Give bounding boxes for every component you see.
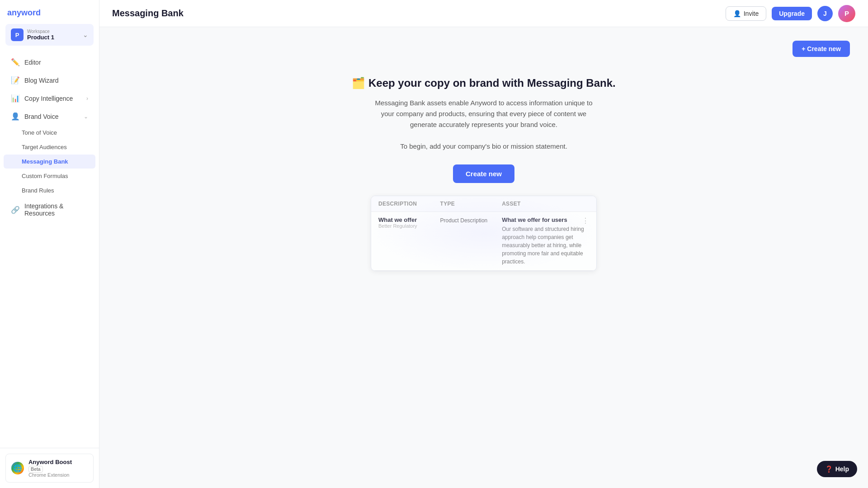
row-menu-icon[interactable]: ⋮ [582, 216, 589, 225]
workspace-label: Workspace [27, 29, 79, 34]
upgrade-button[interactable]: Upgrade [772, 7, 812, 20]
sidebar: anyword P Workspace Product 1 ⌄ ✏️ Edito… [0, 0, 99, 488]
help-icon: ❓ [825, 465, 833, 473]
sidebar-item-label: Brand Voice [24, 113, 59, 120]
chevron-down-icon: ⌄ [83, 31, 88, 38]
col-description: Description [378, 201, 437, 207]
main-nav: ✏️ Editor 📝 Blog Wizard 📊 Copy Intellige… [0, 51, 99, 224]
sidebar-item-messaging-bank[interactable]: Messaging Bank [4, 155, 95, 169]
sidebar-item-integrations[interactable]: 🔗 Integrations & Resources [4, 198, 95, 221]
logo-text: anyword [7, 8, 41, 18]
preview-table: Description Type Asset What we offer Bet… [371, 196, 597, 271]
page-title: Messaging Bank [112, 8, 184, 19]
top-bar-actions: 👤 Invite Upgrade J P [726, 5, 855, 22]
asset-body: Our software and structured hiring appro… [502, 225, 589, 266]
preview-container: Description Type Asset What we offer Bet… [371, 196, 597, 271]
editor-icon: ✏️ [11, 58, 20, 66]
sidebar-item-editor[interactable]: ✏️ Editor [4, 53, 95, 71]
user-avatar-small[interactable]: J [817, 6, 833, 21]
top-bar: Messaging Bank 👤 Invite Upgrade J P [99, 0, 868, 27]
anyword-boost[interactable]: 🌐 Anyword Boost Beta Chrome Extension [5, 454, 94, 483]
person-icon: 👤 [733, 10, 741, 17]
boost-subtitle: Chrome Extension [28, 472, 88, 478]
chevron-down-icon: ⌄ [84, 113, 88, 120]
sidebar-item-copy-intelligence[interactable]: 📊 Copy Intelligence › [4, 89, 95, 107]
sub-item-label: Custom Formulas [22, 173, 68, 179]
cell-asset: ⋮ What we offer for users Our software a… [502, 216, 589, 266]
table-header: Description Type Asset [371, 196, 596, 212]
sidebar-bottom: 🌐 Anyword Boost Beta Chrome Extension [0, 448, 99, 488]
logo: anyword [0, 0, 99, 24]
center-content: 🗂️ Keep your copy on brand with Messagin… [118, 41, 850, 271]
workspace-info: Workspace Product 1 [27, 29, 79, 41]
sidebar-item-tone-of-voice[interactable]: Tone of Voice [4, 126, 95, 140]
sidebar-item-brand-rules[interactable]: Brand Rules [4, 183, 95, 197]
create-new-top-button[interactable]: + Create new [793, 41, 850, 57]
boost-text: Anyword Boost Beta Chrome Extension [28, 459, 88, 478]
copy-intelligence-icon: 📊 [11, 94, 20, 103]
asset-title: What we offer for users [502, 216, 589, 223]
user-avatar-large[interactable]: P [838, 5, 855, 22]
cell-title: What we offer [378, 216, 437, 223]
invite-button[interactable]: 👤 Invite [726, 6, 766, 21]
table-row: What we offer Better Regulatory Product … [371, 212, 596, 271]
sidebar-item-custom-formulas[interactable]: Custom Formulas [4, 169, 95, 183]
sidebar-item-target-audiences[interactable]: Target Audiences [4, 140, 95, 154]
col-asset: Asset [502, 201, 589, 207]
sub-item-label: Messaging Bank [22, 158, 68, 165]
sidebar-item-brand-voice[interactable]: 👤 Brand Voice ⌄ [4, 108, 95, 125]
cell-description: What we offer Better Regulatory [378, 216, 437, 229]
sidebar-item-blog-wizard[interactable]: 📝 Blog Wizard [4, 71, 95, 89]
cell-type: Product Description [440, 216, 499, 224]
workspace-selector[interactable]: P Workspace Product 1 ⌄ [5, 24, 94, 46]
create-center-button[interactable]: Create new [453, 164, 514, 183]
cell-subtitle: Better Regulatory [378, 223, 437, 229]
main-description: Messaging Bank assets enable Anyword to … [371, 98, 597, 152]
main-content: Messaging Bank 👤 Invite Upgrade J P + Cr… [99, 0, 868, 488]
sub-item-label: Target Audiences [22, 144, 67, 150]
chrome-icon: 🌐 [11, 462, 24, 474]
sub-item-label: Brand Rules [22, 187, 54, 194]
workspace-icon: P [11, 28, 24, 41]
col-type: Type [440, 201, 499, 207]
integrations-icon: 🔗 [11, 206, 20, 214]
workspace-name: Product 1 [27, 34, 79, 41]
boost-title: Anyword Boost Beta [28, 459, 88, 472]
brand-voice-icon: 👤 [11, 112, 20, 121]
sidebar-item-label: Copy Intelligence [24, 95, 73, 102]
sidebar-item-label: Integrations & Resources [24, 202, 88, 217]
help-button[interactable]: ❓ Help [817, 461, 857, 477]
page-body: + Create new 🗂️ Keep your copy on brand … [99, 27, 868, 488]
sidebar-item-label: Blog Wizard [24, 77, 58, 84]
main-headline: 🗂️ Keep your copy on brand with Messagin… [352, 77, 615, 89]
sidebar-item-label: Editor [24, 59, 41, 66]
sub-item-label: Tone of Voice [22, 129, 57, 136]
chevron-right-icon: › [86, 95, 88, 102]
boost-badge: Beta [28, 466, 43, 473]
blog-wizard-icon: 📝 [11, 76, 20, 84]
